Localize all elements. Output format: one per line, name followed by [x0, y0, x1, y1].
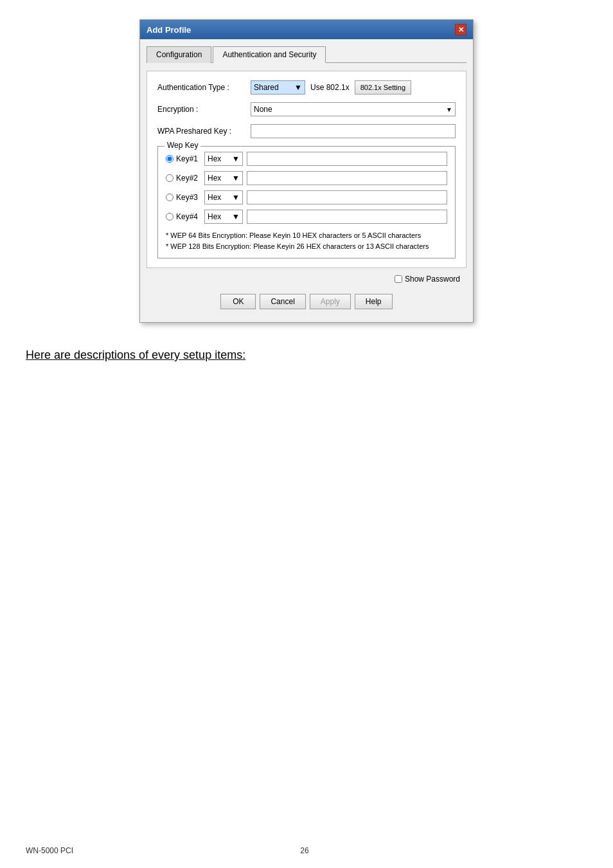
encryption-label: Encryption : — [157, 105, 251, 114]
key1-input[interactable] — [247, 152, 447, 166]
dropdown-arrow-icon: ▼ — [294, 83, 302, 92]
key1-radio[interactable] — [166, 155, 173, 163]
tab-configuration[interactable]: Configuration — [147, 46, 211, 63]
dialog-buttons: OK Cancel Apply Help — [147, 290, 466, 316]
wpa-input[interactable] — [251, 124, 456, 138]
close-button[interactable]: ✕ — [455, 24, 466, 35]
key3-radio-label[interactable]: Key#3 — [166, 193, 204, 202]
wep-key3-row: Key#3 Hex ▼ — [166, 190, 447, 204]
auth-type-dropdown[interactable]: Shared ▼ — [251, 80, 305, 95]
section-heading: Here are descriptions of every setup ite… — [26, 348, 587, 362]
encryption-dropdown-arrow-icon: ▼ — [446, 106, 452, 113]
wep-note-line2: * WEP 128 Bits Encryption: Please Keyin … — [166, 241, 447, 252]
help-button[interactable]: Help — [355, 294, 393, 309]
show-password-row: Show Password — [147, 275, 466, 284]
key1-type-value: Hex — [208, 154, 221, 163]
wep-key1-row: Key#1 Hex ▼ — [166, 152, 447, 166]
btn-802-setting[interactable]: 802.1x Setting — [355, 80, 411, 95]
key1-dropdown-arrow-icon: ▼ — [232, 154, 240, 163]
wep-key-group: Wep Key Key#1 Hex ▼ — [157, 146, 456, 258]
auth-type-value: Shared — [254, 83, 279, 92]
wpa-label: WPA Preshared Key : — [157, 127, 251, 136]
apply-button[interactable]: Apply — [310, 294, 351, 309]
auth-type-label: Authentication Type : — [157, 83, 251, 92]
key2-radio-label[interactable]: Key#2 — [166, 174, 204, 183]
key3-radio[interactable] — [166, 194, 173, 201]
key4-dropdown-arrow-icon: ▼ — [232, 212, 240, 221]
page-footer: WN-5000 PCI 26 — [26, 846, 587, 855]
use-802-label: Use 802.1x — [310, 83, 350, 92]
add-profile-dialog: Add Profile ✕ Configuration Authenticati… — [139, 19, 474, 323]
encryption-row: Encryption : None ▼ — [157, 102, 456, 116]
key3-type-dropdown[interactable]: Hex ▼ — [204, 190, 243, 204]
key2-type-dropdown[interactable]: Hex ▼ — [204, 171, 243, 185]
wep-key-legend: Wep Key — [164, 141, 200, 150]
key4-input[interactable] — [247, 210, 447, 224]
tab-auth-security[interactable]: Authentication and Security — [213, 46, 326, 63]
auth-type-row: Authentication Type : Shared ▼ Use 802.1… — [157, 80, 456, 95]
key4-type-value: Hex — [208, 212, 221, 221]
tab-bar: Configuration Authentication and Securit… — [147, 46, 466, 63]
key1-label: Key#1 — [176, 154, 198, 163]
wep-key4-row: Key#4 Hex ▼ — [166, 210, 447, 224]
key4-type-dropdown[interactable]: Hex ▼ — [204, 210, 243, 224]
auth-type-controls: Shared ▼ Use 802.1x 802.1x Setting — [251, 80, 456, 95]
encryption-dropdown[interactable]: None ▼ — [251, 102, 456, 116]
key3-type-value: Hex — [208, 193, 221, 202]
show-password-label[interactable]: Show Password — [395, 275, 460, 284]
wpa-controls — [251, 124, 456, 138]
key2-dropdown-arrow-icon: ▼ — [232, 174, 240, 183]
key4-radio-label[interactable]: Key#4 — [166, 212, 204, 221]
dialog-body: Configuration Authentication and Securit… — [140, 39, 473, 322]
dialog-titlebar: Add Profile ✕ — [140, 20, 473, 39]
encryption-controls: None ▼ — [251, 102, 456, 116]
wep-notes: * WEP 64 Bits Encryption: Please Keyin 1… — [166, 230, 447, 251]
key2-label: Key#2 — [176, 174, 198, 183]
wep-note-line1: * WEP 64 Bits Encryption: Please Keyin 1… — [166, 230, 447, 241]
key1-type-dropdown[interactable]: Hex ▼ — [204, 152, 243, 166]
cancel-button[interactable]: Cancel — [260, 294, 305, 309]
key4-label: Key#4 — [176, 212, 198, 221]
key1-radio-label[interactable]: Key#1 — [166, 154, 204, 163]
wep-key2-row: Key#2 Hex ▼ — [166, 171, 447, 185]
close-icon: ✕ — [458, 26, 464, 34]
dialog-title: Add Profile — [147, 25, 191, 35]
key2-radio[interactable] — [166, 174, 173, 182]
footer-product: WN-5000 PCI — [26, 846, 73, 855]
key3-dropdown-arrow-icon: ▼ — [232, 193, 240, 202]
page-number: 26 — [73, 846, 536, 855]
wpa-preshared-row: WPA Preshared Key : — [157, 124, 456, 138]
key3-input[interactable] — [247, 190, 447, 204]
ok-button[interactable]: OK — [220, 294, 256, 309]
key2-input[interactable] — [247, 171, 447, 185]
form-area: Authentication Type : Shared ▼ Use 802.1… — [147, 71, 466, 268]
key3-label: Key#3 — [176, 193, 198, 202]
key4-radio[interactable] — [166, 213, 173, 221]
encryption-value: None — [254, 105, 272, 114]
show-password-checkbox[interactable] — [395, 275, 402, 283]
key2-type-value: Hex — [208, 174, 221, 183]
